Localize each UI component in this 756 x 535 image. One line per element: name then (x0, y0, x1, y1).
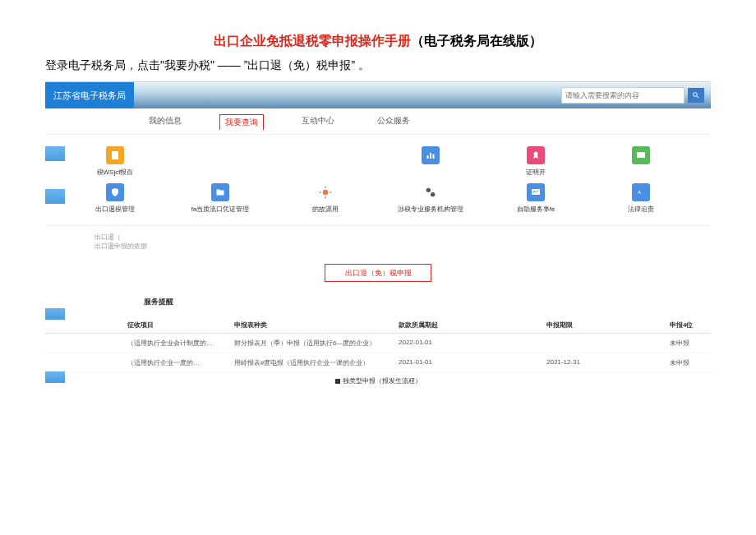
gears-icon (422, 183, 440, 201)
icon-cell-self-service[interactable]: 自助服务事fe (491, 183, 581, 214)
svg-point-6 (323, 190, 329, 196)
app-frame: 江苏省电子税务局 我的信息 我要查询 互动中心 公众服务 税WSjcf报百 (45, 81, 711, 389)
sidebar-stub-2 (45, 189, 65, 204)
search-button[interactable] (688, 88, 704, 103)
folder-icon (211, 183, 229, 201)
icon-cell-legal[interactable]: A 法律追责 (596, 183, 686, 214)
monitor-icon (632, 146, 650, 164)
icon-cell-empty-2 (280, 146, 371, 177)
sidebar-stub-4 (45, 371, 65, 383)
icon-cell-green[interactable] (596, 146, 686, 177)
th-deadline: 申报期限 (546, 321, 670, 330)
cert-icon (527, 146, 545, 164)
reminder-title: 服务提醒 (45, 297, 711, 307)
section-labels: 出口退（ 出口退申报的依据 (45, 225, 711, 257)
icon-cell-voucher[interactable]: fa当质流口凭证管理 (175, 183, 265, 214)
icon-row-1: 税WSjcf报百 证明开 (70, 143, 686, 180)
nav-item-public[interactable]: 公众服务 (372, 113, 415, 129)
icon-grid: 税WSjcf报百 证明开 (45, 135, 711, 225)
doc-title-red: 出口企业免抵退税零申报操作手册 (214, 34, 411, 48)
sidebar-stub-1 (45, 146, 65, 161)
chart-icon (422, 146, 440, 164)
svg-point-12 (431, 192, 435, 196)
svg-rect-3 (433, 155, 435, 159)
table-row[interactable]: （适用执行全业会计制度的… 财分报表月（季）申报（适用执行6—度的企业） 202… (45, 334, 711, 353)
icon-cell-cert[interactable]: 证明开 (491, 146, 581, 177)
sun-icon (316, 183, 334, 201)
icon-cell-resource[interactable]: 的故源用 (280, 183, 371, 214)
header-banner: 江苏省电子税务局 (45, 82, 711, 108)
icon-cell-chart[interactable] (385, 146, 476, 177)
export-refund-declare-button[interactable]: 出口退（免）税申报 (325, 264, 431, 282)
icon-row-2: 出口退税管理 fa当质流口凭证管理 的故源用 涉税专业服务机构管理 自助服务事f… (70, 180, 686, 217)
table-header: 征收项目 申报表种类 款款所属期起 申报期限 申报4位 (45, 317, 711, 334)
shield-icon (106, 183, 124, 201)
doc-intro: 登录电子税务局，点击"我要办税" —— ”出口退（免）税申报” 。 (45, 58, 711, 73)
nav-item-myinfo[interactable]: 我的信息 (144, 113, 187, 129)
doc-title: 出口企业免抵退税零申报操作手册（电子税务局在线版） (45, 33, 711, 50)
svg-point-11 (426, 188, 431, 192)
svg-rect-5 (637, 152, 645, 158)
site-logo: 江苏省电子税务局 (45, 82, 134, 108)
screen-icon (527, 183, 545, 201)
nav-item-interact[interactable]: 互动中心 (297, 113, 339, 129)
th-status: 申报4位 (670, 321, 711, 330)
bullet-icon (335, 379, 340, 384)
footer-note: 独类型申报（报发生流程） (45, 373, 711, 389)
sidebar-stub-3 (45, 308, 65, 320)
svg-rect-0 (112, 151, 118, 159)
svg-rect-2 (430, 153, 431, 159)
search-icon (692, 91, 700, 99)
nav-tabs: 我的信息 我要查询 互动中心 公众服务 (45, 108, 711, 135)
search-box[interactable] (561, 87, 685, 104)
translate-icon: A (632, 183, 650, 201)
nav-item-query[interactable]: 我要查询 (219, 114, 264, 130)
icon-cell-export-tax[interactable]: 出口退税管理 (70, 183, 160, 214)
table-row[interactable]: （适用执行企业一度的… 用岭报表#度电报（适用执行企业一课的企业） 2021-0… (45, 353, 711, 373)
doc-title-black: （电子税务局在线版） (411, 34, 542, 48)
search-input[interactable] (562, 91, 684, 99)
icon-cell-empty-1 (175, 146, 265, 177)
icon-cell-tax-report[interactable]: 税WSjcf报百 (70, 146, 160, 177)
svg-rect-1 (427, 155, 429, 159)
doc-icon (106, 146, 124, 164)
th-type: 申报表种类 (234, 321, 399, 330)
svg-point-4 (534, 152, 538, 156)
svg-text:A: A (638, 190, 641, 195)
th-project: 征收项目 (127, 321, 234, 330)
th-period-start: 款款所属期起 (399, 321, 546, 330)
icon-cell-service-org[interactable]: 涉税专业服务机构管理 (385, 183, 476, 214)
